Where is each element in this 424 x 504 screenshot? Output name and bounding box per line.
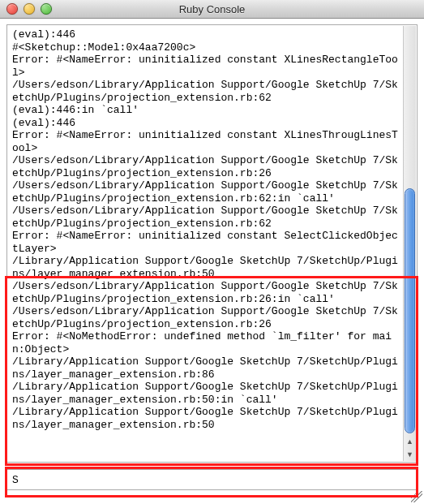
window-titlebar: Ruby Console (0, 0, 424, 19)
window-body: (eval):446 #<Sketchup::Model:0x4aa7200c>… (0, 18, 424, 504)
ruby-console-window: Ruby Console (eval):446 #<Sketchup::Mode… (0, 0, 424, 504)
scrollbar-thumb[interactable] (405, 188, 415, 433)
scroll-up-icon[interactable]: ▲ (404, 435, 416, 448)
minimize-icon[interactable] (24, 3, 35, 15)
zoom-icon[interactable] (41, 3, 52, 15)
window-controls (6, 3, 52, 15)
console-output-pane: (eval):446 #<Sketchup::Model:0x4aa7200c>… (6, 24, 418, 463)
resize-handle-icon[interactable] (411, 491, 422, 502)
scroll-down-icon[interactable]: ▼ (404, 448, 416, 461)
console-output-text: (eval):446 #<Sketchup::Model:0x4aa7200c>… (12, 28, 412, 431)
console-input-row (6, 469, 418, 492)
output-scrollbar[interactable]: ▲ ▼ (403, 26, 416, 461)
window-title: Ruby Console (179, 3, 246, 15)
console-input[interactable] (6, 469, 418, 490)
close-icon[interactable] (6, 3, 18, 15)
